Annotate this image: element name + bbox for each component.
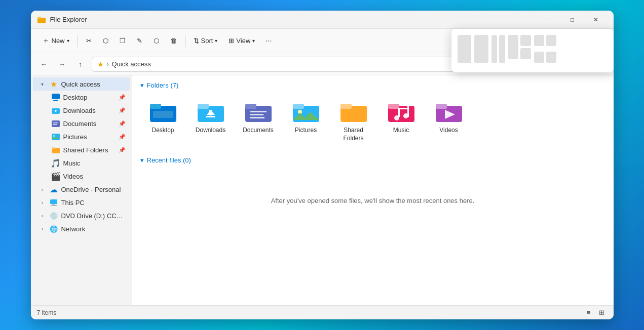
close-button[interactable]: ✕ — [584, 11, 608, 29]
svg-rect-44 — [398, 108, 409, 109]
sort-label: Sort — [201, 37, 213, 45]
copy-icon: ⬡ — [103, 37, 108, 45]
grid-view-button[interactable]: ⊞ — [596, 307, 608, 318]
sidebar-item-dvd-drive[interactable]: › 💿 DVD Drive (D:) CCCON — [33, 209, 130, 222]
recent-chevron-icon: ▾ — [140, 156, 144, 164]
snap-cell-5b[interactable] — [546, 35, 556, 46]
sidebar-item-onedrive[interactable]: › ☁ OneDrive - Personal — [33, 183, 130, 196]
folders-label: Folders (7) — [147, 81, 179, 89]
paste-button[interactable]: ❐ — [115, 34, 131, 47]
folder-item-shared[interactable]: Shared Folders — [331, 95, 376, 146]
share-button[interactable]: ⬡ — [148, 34, 164, 47]
folder-label-downloads: Downloads — [196, 127, 225, 135]
pin-icon-desktop: 📌 — [119, 94, 126, 101]
network-expand-icon: › — [39, 225, 46, 232]
folder-label-pictures: Pictures — [295, 127, 317, 135]
copy-button[interactable]: ⬡ — [98, 34, 113, 47]
share-icon: ⬡ — [154, 37, 159, 45]
sidebar-label-quick-access: Quick access — [61, 80, 126, 88]
view-chevron-icon: ▾ — [252, 38, 255, 44]
up-button[interactable]: ↑ — [73, 57, 88, 71]
svg-rect-2 — [52, 94, 60, 99]
snap-cell-4c[interactable] — [520, 48, 531, 59]
sidebar-item-videos[interactable]: 🎬 Videos — [33, 170, 130, 183]
sidebar-item-pictures[interactable]: Pictures 📌 — [33, 130, 130, 143]
folder-item-videos[interactable]: Videos — [426, 95, 472, 146]
snap-cell-3b[interactable] — [499, 35, 505, 63]
sidebar-item-music[interactable]: 🎵 Music — [33, 156, 130, 170]
svg-rect-31 — [250, 117, 264, 118]
svg-rect-4 — [53, 100, 58, 101]
cut-button[interactable]: ✂ — [81, 34, 97, 47]
folder-icon-downloads — [197, 99, 225, 125]
dvd-icon: 💿 — [49, 211, 58, 220]
folder-item-downloads[interactable]: Downloads — [188, 95, 234, 146]
snap-cell-4a[interactable] — [508, 35, 518, 59]
app-icon — [37, 15, 46, 24]
svg-rect-9 — [53, 122, 58, 123]
separator-2 — [185, 35, 185, 47]
snap-cell-2[interactable] — [474, 35, 488, 63]
svg-rect-39 — [388, 104, 399, 109]
view-icon: ⊞ — [229, 37, 234, 45]
main-area: ▾ ★ Quick access Desktop 📌 Downloads 📌 — [31, 75, 614, 305]
maximize-button[interactable]: □ — [561, 11, 584, 29]
folder-item-pictures[interactable]: Pictures — [283, 95, 329, 146]
folders-chevron-icon: ▾ — [140, 81, 144, 89]
title-bar: File Explorer — □ ✕ — [31, 11, 614, 29]
pin-icon-documents: 📌 — [119, 120, 126, 127]
sort-icon: ⇅ — [194, 37, 199, 45]
sidebar-item-shared[interactable]: Shared Folders 📌 — [33, 143, 130, 156]
snap-cell-3a[interactable] — [491, 35, 498, 63]
dvd-expand-icon: › — [39, 212, 46, 219]
recent-label: Recent files (0) — [147, 156, 191, 164]
recent-empty-message: After you've opened some files, we'll sh… — [140, 170, 605, 231]
new-button[interactable]: ＋ New ▾ — [37, 33, 74, 48]
forward-button[interactable]: → — [55, 57, 69, 71]
pictures-icon — [51, 132, 60, 141]
delete-button[interactable]: 🗑 — [165, 34, 182, 47]
sidebar-item-this-pc[interactable]: › This PC — [33, 196, 130, 209]
pin-icon-downloads: 📌 — [119, 107, 126, 114]
address-input[interactable]: ★ › Quick access › ▾ — [92, 57, 484, 72]
snap-cell-4b[interactable] — [520, 35, 531, 46]
sidebar-label-network: Network — [61, 225, 126, 233]
folder-item-documents[interactable]: Documents — [236, 95, 281, 146]
svg-rect-29 — [250, 111, 267, 112]
onedrive-expand-icon: › — [39, 186, 46, 193]
sidebar-item-documents[interactable]: Documents 📌 — [33, 117, 130, 130]
window-title: File Explorer — [50, 16, 87, 23]
sidebar: ▾ ★ Quick access Desktop 📌 Downloads 📌 — [31, 75, 132, 305]
minimize-button[interactable]: — — [538, 11, 561, 29]
folder-item-music[interactable]: Music — [378, 95, 424, 146]
list-view-button[interactable]: ≡ — [583, 307, 594, 318]
snap-cell-5a[interactable] — [534, 35, 544, 46]
folder-icon-shared — [339, 99, 368, 125]
sort-button[interactable]: ⇅ Sort ▾ — [188, 34, 223, 47]
snap-cell-1[interactable] — [458, 35, 472, 63]
more-button[interactable]: ··· — [261, 34, 276, 48]
new-icon: ＋ — [42, 36, 50, 46]
sidebar-item-network[interactable]: › 🌐 Network — [33, 222, 130, 235]
svg-point-12 — [53, 135, 55, 137]
snap-cell-5c[interactable] — [534, 52, 544, 63]
back-button[interactable]: ← — [37, 57, 51, 71]
snap-grid-top — [458, 35, 506, 63]
folder-item-desktop[interactable]: Desktop — [140, 95, 186, 146]
cut-icon: ✂ — [86, 37, 92, 45]
thispc-expand-icon: › — [39, 199, 46, 206]
sidebar-item-downloads[interactable]: Downloads 📌 — [33, 104, 130, 117]
content-area: ▾ Folders (7) Desktop — [132, 75, 614, 305]
folder-icon-documents — [244, 99, 273, 125]
sidebar-label-dvd: DVD Drive (D:) CCCON — [61, 212, 126, 220]
sidebar-item-quick-access[interactable]: ▾ ★ Quick access — [33, 77, 130, 91]
view-button[interactable]: ⊞ View ▾ — [223, 34, 260, 47]
recent-section-header[interactable]: ▾ Recent files (0) — [140, 156, 605, 164]
sidebar-label-onedrive: OneDrive - Personal — [61, 186, 126, 193]
sidebar-item-desktop[interactable]: Desktop 📌 — [33, 91, 130, 104]
rename-button[interactable]: ✎ — [132, 34, 147, 47]
view-label: View — [236, 37, 250, 45]
snap-cell-5d[interactable] — [546, 52, 556, 63]
recent-section: ▾ Recent files (0) After you've opened s… — [140, 156, 605, 231]
folders-section-header[interactable]: ▾ Folders (7) — [140, 81, 605, 89]
